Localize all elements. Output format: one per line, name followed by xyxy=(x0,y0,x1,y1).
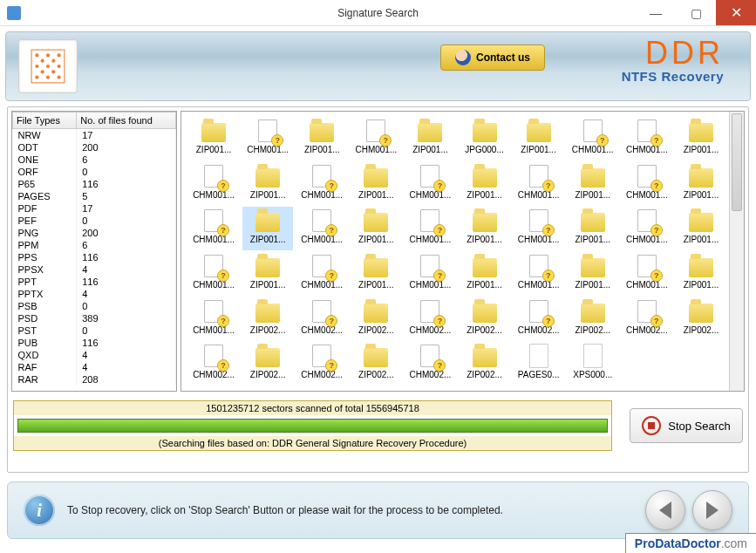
file-item[interactable]: ?CHM001... xyxy=(296,252,347,296)
table-row[interactable]: PNG200 xyxy=(13,227,176,239)
table-row[interactable]: PPTX4 xyxy=(13,288,176,300)
table-row[interactable]: PST0 xyxy=(13,324,176,337)
file-item[interactable]: ?CHM001... xyxy=(188,252,239,296)
file-item[interactable]: ?CHM001... xyxy=(514,207,564,250)
file-item[interactable]: ?CHM001... xyxy=(296,162,347,206)
file-item[interactable]: ZIP001... xyxy=(351,162,401,206)
file-item[interactable]: ZIP002... xyxy=(676,297,726,341)
file-item[interactable]: ZIP001... xyxy=(568,252,618,296)
file-item[interactable]: ?CHM002... xyxy=(296,297,347,341)
file-item[interactable]: ?CHM001... xyxy=(242,117,293,160)
file-item[interactable]: ZIP001... xyxy=(676,162,726,206)
table-row[interactable]: P65116 xyxy=(13,178,176,190)
table-row[interactable]: PSB0 xyxy=(13,300,176,312)
file-item[interactable]: ?CHM001... xyxy=(514,162,564,206)
file-item[interactable]: ?CHM002... xyxy=(296,342,347,386)
file-item[interactable]: ZIP002... xyxy=(242,297,293,341)
file-item[interactable]: ZIP001... xyxy=(242,252,293,296)
file-item[interactable]: ZIP001... xyxy=(568,162,618,206)
file-item[interactable]: ZIP002... xyxy=(568,297,618,341)
file-item[interactable]: ZIP002... xyxy=(242,342,293,386)
file-item[interactable]: ZIP001... xyxy=(568,207,618,250)
next-button[interactable] xyxy=(692,490,732,530)
table-row[interactable]: ONE6 xyxy=(13,154,176,166)
file-item[interactable]: ?CHM002... xyxy=(405,297,455,341)
file-item[interactable]: ?CHM002... xyxy=(514,297,564,341)
file-item[interactable]: JPG000... xyxy=(459,117,509,160)
file-item[interactable]: ZIP001... xyxy=(351,207,401,250)
svg-point-5 xyxy=(51,59,55,63)
file-item[interactable]: ZIP002... xyxy=(459,342,509,386)
file-item[interactable]: ?CHM001... xyxy=(622,117,672,160)
file-item[interactable]: ZIP001... xyxy=(188,117,239,160)
file-item[interactable]: ZIP001... xyxy=(296,117,347,160)
file-item[interactable]: ZIP001... xyxy=(459,162,509,206)
file-item[interactable]: ZIP001... xyxy=(514,117,564,160)
file-grid[interactable]: ZIP001...?CHM001...ZIP001...?CHM001...ZI… xyxy=(180,111,745,392)
file-item[interactable]: ?CHM001... xyxy=(622,162,672,206)
file-item[interactable]: ZIP001... xyxy=(459,252,509,296)
table-row[interactable]: RAF4 xyxy=(13,361,176,373)
table-row[interactable]: PUB116 xyxy=(13,337,176,349)
progress-text-method: (Searching files based on: DDR General S… xyxy=(14,436,611,450)
table-row[interactable]: ODT200 xyxy=(13,141,176,154)
file-item[interactable]: ?CHM001... xyxy=(622,252,672,296)
col-file-types[interactable]: File Types xyxy=(13,113,77,129)
file-item[interactable]: ?CHM001... xyxy=(188,207,239,250)
file-item[interactable]: ?CHM001... xyxy=(568,117,618,160)
file-item[interactable]: ZIP001... xyxy=(459,207,509,250)
table-row[interactable]: PDF17 xyxy=(13,202,176,215)
grid-scrollbar[interactable] xyxy=(729,112,744,391)
file-item[interactable]: ZIP002... xyxy=(459,297,509,341)
file-item[interactable]: ?CHM001... xyxy=(296,207,347,250)
file-item[interactable]: ?CHM001... xyxy=(514,252,564,296)
file-item[interactable]: ZIP001... xyxy=(676,252,726,296)
svg-point-12 xyxy=(46,76,50,79)
stop-search-button[interactable]: Stop Search xyxy=(630,408,743,443)
contact-us-button[interactable]: Contact us xyxy=(440,44,545,71)
file-item[interactable]: ZIP001... xyxy=(676,117,726,160)
file-item[interactable]: ZIP002... xyxy=(351,342,401,386)
file-item[interactable]: ?CHM002... xyxy=(188,342,239,386)
table-row[interactable]: ORF0 xyxy=(13,166,176,178)
file-item[interactable]: XPS000... xyxy=(568,342,618,386)
table-row[interactable]: RAR208 xyxy=(13,373,176,386)
brand-subtitle: NTFS Recovery xyxy=(622,69,724,84)
svg-point-3 xyxy=(58,53,61,57)
file-item[interactable]: ?CHM001... xyxy=(188,162,239,206)
file-item[interactable]: ZIP001... xyxy=(351,252,401,296)
app-logo xyxy=(18,39,78,93)
table-row[interactable]: PEF0 xyxy=(13,215,176,227)
file-item[interactable]: ZIP001... xyxy=(405,117,455,160)
table-row[interactable]: PPT116 xyxy=(13,276,176,288)
file-item[interactable]: ZIP001... xyxy=(242,207,293,250)
svg-point-10 xyxy=(51,70,55,73)
progress-row: 1501235712 sectors scanned of total 1556… xyxy=(11,400,745,451)
file-types-table[interactable]: File Types No. of files found NRW17ODT20… xyxy=(11,111,177,392)
file-item[interactable]: ZIP001... xyxy=(242,162,293,206)
table-row[interactable]: QXD4 xyxy=(13,349,176,361)
file-item[interactable]: ZIP002... xyxy=(351,297,401,341)
minimize-button[interactable]: — xyxy=(636,0,676,25)
table-row[interactable]: NRW17 xyxy=(13,129,176,142)
file-item[interactable]: ?CHM002... xyxy=(622,297,672,341)
maximize-button[interactable]: ▢ xyxy=(676,0,716,25)
prev-button[interactable] xyxy=(645,490,685,530)
table-row[interactable]: PSD389 xyxy=(13,312,176,324)
close-button[interactable]: ✕ xyxy=(716,0,756,25)
table-row[interactable]: PPSX4 xyxy=(13,263,176,276)
table-row[interactable]: PPS116 xyxy=(13,251,176,263)
file-item[interactable]: ?CHM001... xyxy=(351,117,401,160)
file-item[interactable]: ?CHM001... xyxy=(405,252,455,296)
contact-label: Contact us xyxy=(476,51,530,64)
table-row[interactable]: PAGES5 xyxy=(13,190,176,202)
file-item[interactable]: ?CHM001... xyxy=(622,207,672,250)
file-item[interactable]: ?CHM001... xyxy=(405,207,455,250)
file-item[interactable]: ?CHM001... xyxy=(188,297,239,341)
file-item[interactable]: PAGES0... xyxy=(514,342,564,386)
col-files-found[interactable]: No. of files found xyxy=(77,113,176,129)
file-item[interactable]: ?CHM002... xyxy=(405,342,455,386)
table-row[interactable]: PPM6 xyxy=(13,239,176,251)
file-item[interactable]: ?CHM001... xyxy=(405,162,455,206)
file-item[interactable]: ZIP001... xyxy=(676,207,726,250)
